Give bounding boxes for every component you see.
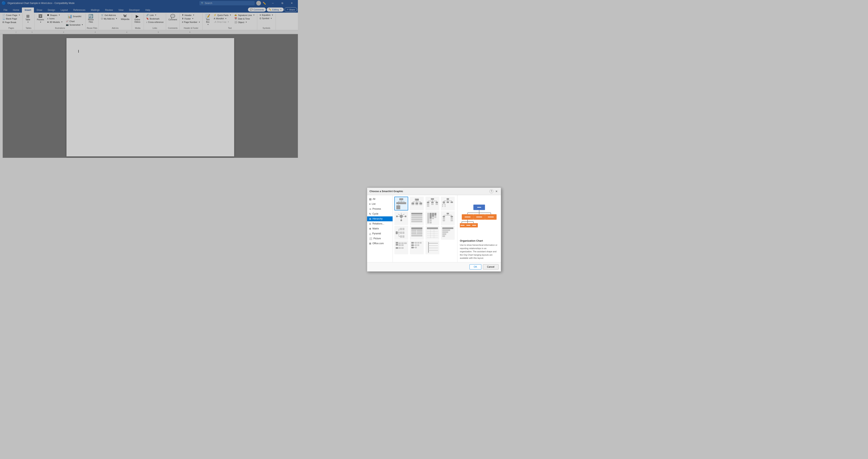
screenshot-button[interactable]: 📷 Screenshot▼ [65, 23, 85, 26]
signature-line-icon: ✍ [235, 14, 237, 17]
get-addins-button[interactable]: 🛒 Get Add-ins [100, 13, 118, 17]
header-button[interactable]: ⬆ Header▼ [181, 13, 201, 17]
drop-cap-button[interactable]: ↓A Drop Cap▼ [213, 20, 232, 24]
pages-label: Pages [1, 27, 21, 29]
search-icon: 🔍 [201, 2, 204, 4]
text-box-button[interactable]: 📝 TextBox ▼ [204, 13, 212, 26]
close-button[interactable]: ✕ [287, 0, 296, 6]
ribbon-group-illustrations: 🖼 Pictures ▼ ⬟ Shapes▼ ⍟ Icons ◈ 3 [34, 13, 86, 30]
reuse-files-button[interactable]: 🔄 ReuseFiles [87, 13, 95, 24]
quick-parts-icon: ⚡ [214, 14, 216, 17]
blank-page-button[interactable]: 📃 Blank Page [1, 17, 21, 20]
page-break-button[interactable]: ⊟ Page Break [1, 21, 21, 24]
cover-page-button[interactable]: 📄 Cover Page ▼ [1, 13, 21, 17]
document-page[interactable] [66, 38, 234, 156]
comment-button[interactable]: 💬 Comment [167, 13, 178, 22]
tab-mailings[interactable]: Mailings [88, 7, 102, 12]
tab-view[interactable]: View [116, 7, 126, 12]
cursor [78, 50, 79, 53]
main-area [0, 34, 298, 158]
profile-area: 🔍 ✏️ [199, 1, 266, 5]
link-button[interactable]: 🔗 Link▼ [145, 13, 165, 17]
tab-draw[interactable]: Draw [34, 7, 45, 12]
page-number-button[interactable]: # Page Number▼ [181, 21, 201, 24]
date-time-button[interactable]: 📅 Date & Time [233, 17, 256, 20]
object-button[interactable]: ⬜ Object▼ [233, 21, 256, 24]
editing-button[interactable]: ✏️ Editing ▼ [267, 7, 284, 12]
smartart-icon: 📊 [68, 14, 72, 19]
ribbon-group-symbols: π Equation▼ Ω Symbol▼ Symbols [257, 13, 276, 30]
shapes-button[interactable]: ⬟ Shapes▼ [46, 13, 64, 17]
share-button[interactable]: ↗ Share [284, 7, 297, 12]
text-box-icon: 📝 [205, 14, 210, 18]
pictures-icon: 🖼 [38, 14, 42, 18]
left-ruler [0, 34, 3, 158]
user-avatar[interactable] [256, 1, 261, 5]
bookmark-button[interactable]: 🔖 Bookmark [145, 17, 165, 20]
ribbon-group-media: ▶ OnlineVideos Media [132, 13, 144, 30]
cover-page-icon: 📄 [2, 14, 5, 17]
ribbon-group-header-footer: ⬆ Header▼ ⬇ Footer▼ # Page Number▼ Heade… [180, 13, 203, 30]
search-input[interactable] [205, 2, 253, 4]
tab-references[interactable]: References [70, 7, 88, 12]
footer-button[interactable]: ⬇ Footer▼ [181, 17, 201, 20]
quick-parts-button[interactable]: ⚡ Quick Parts▼ [213, 13, 232, 17]
blank-page-icon: 📃 [2, 18, 5, 20]
tab-developer[interactable]: Developer [126, 7, 143, 12]
smartart-button[interactable]: 📊 SmartArt [65, 13, 85, 19]
wikipedia-button[interactable]: W Wikipedia [120, 13, 130, 21]
shapes-icon: ⬟ [47, 14, 49, 17]
symbol-icon: Ω [259, 17, 261, 20]
my-addins-button[interactable]: ⬡ My Add-ins▼ [100, 17, 118, 20]
date-time-icon: 📅 [235, 18, 237, 20]
wordart-icon: A [214, 18, 215, 20]
icons-button[interactable]: ⍟ Icons [46, 17, 64, 20]
page-number-icon: # [182, 21, 183, 23]
tab-home[interactable]: Home [10, 7, 22, 12]
table-button[interactable]: ⊞ Table ▼ [24, 13, 32, 24]
pictures-button[interactable]: 🖼 Pictures ▼ [36, 13, 45, 24]
cross-reference-button[interactable]: ↕ Cross-reference [145, 21, 165, 24]
text-label: Text [204, 27, 256, 29]
canvas-area[interactable] [3, 34, 298, 158]
footer-icon: ⬇ [182, 18, 184, 20]
online-videos-button[interactable]: ▶ OnlineVideos [133, 13, 142, 24]
equation-button[interactable]: π Equation▼ [258, 13, 274, 17]
symbol-button[interactable]: Ω Symbol▼ [258, 17, 274, 20]
drop-cap-icon: ↓A [214, 21, 216, 23]
restore-button[interactable]: ⧉ [278, 0, 287, 6]
3d-models-button[interactable]: ◈ 3D Models▼ [46, 20, 64, 24]
object-icon: ⬜ [235, 21, 237, 24]
ribbon-group-text: 📝 TextBox ▼ ⚡ Quick Parts▼ A WordArt▼ ↓A [203, 13, 257, 30]
chart-icon: 📈 [66, 20, 69, 23]
ribbon-group-comments: 💬 Comment Comments [166, 13, 180, 30]
header-footer-label: Header & Footer [181, 27, 201, 29]
3d-models-icon: ◈ [47, 21, 49, 23]
ribbon-tabs: File Home Insert Draw Design Layout Refe… [0, 6, 298, 12]
comments-label: Comments [167, 27, 178, 29]
tab-design[interactable]: Design [45, 7, 58, 12]
tab-review[interactable]: Review [102, 7, 116, 12]
comments-button[interactable]: 💬 Comments [248, 7, 266, 12]
comments-icon: 💬 [250, 8, 253, 11]
ribbon-content: 📄 Cover Page ▼ 📃 Blank Page ⊟ Page Break… [0, 12, 298, 30]
tables-label: Tables [24, 27, 33, 29]
link-icon: 🔗 [146, 14, 149, 17]
tab-help[interactable]: Help [143, 7, 153, 12]
search-bar[interactable]: 🔍 [199, 1, 255, 5]
edit-icon: ✏️ [262, 2, 266, 5]
signature-line-button[interactable]: ✍ Signature Line▼ [233, 13, 256, 17]
minimize-button[interactable]: ─ [268, 0, 277, 6]
tab-file[interactable]: File [1, 7, 10, 12]
tab-layout[interactable]: Layout [58, 7, 70, 12]
symbols-label: Symbols [258, 27, 274, 29]
ruler: | 1 2 3 4 5 6 [0, 30, 298, 34]
ribbon-group-links: 🔗 Link▼ 🔖 Bookmark ↕ Cross-reference Lin… [144, 13, 166, 30]
ribbon-group-tables: ⊞ Table ▼ Tables [23, 13, 34, 30]
chart-button[interactable]: 📈 Chart [65, 20, 85, 23]
window-controls: ─ ⧉ ✕ [268, 0, 296, 6]
wikipedia-icon: W [123, 14, 127, 18]
wordart-button[interactable]: A WordArt▼ [213, 17, 232, 20]
icons-icon: ⍟ [47, 18, 49, 20]
tab-insert[interactable]: Insert [22, 7, 34, 12]
